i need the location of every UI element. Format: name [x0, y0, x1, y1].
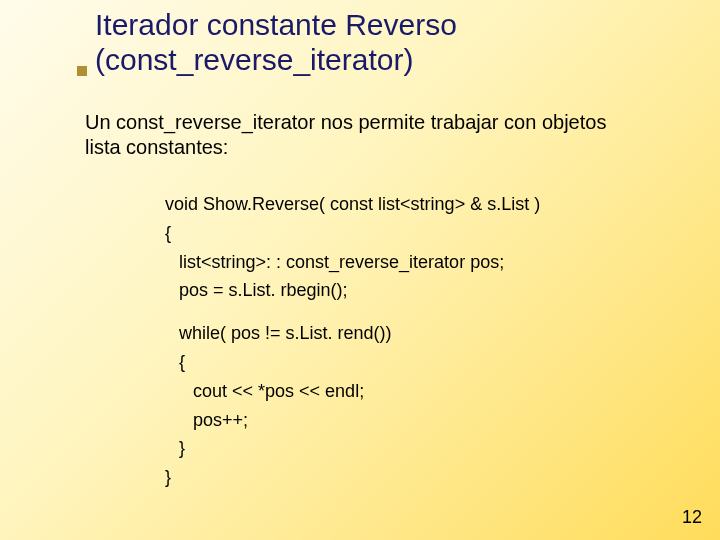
- page-number: 12: [682, 507, 702, 528]
- title-block: Iterador constante Reverso (const_revers…: [95, 8, 457, 77]
- code-block: void Show.Reverse( const list<string> & …: [165, 190, 665, 492]
- slide: Iterador constante Reverso (const_revers…: [0, 0, 720, 540]
- spacer: [165, 305, 665, 319]
- code-line: void Show.Reverse( const list<string> & …: [165, 190, 665, 219]
- code-line: cout << *pos << endl;: [165, 377, 665, 406]
- code-line: pos = s.List. rbegin();: [165, 276, 665, 305]
- code-line: while( pos != s.List. rend()): [165, 319, 665, 348]
- code-line: }: [165, 434, 665, 463]
- slide-title-line1: Iterador constante Reverso: [95, 8, 457, 43]
- code-line: pos++;: [165, 406, 665, 435]
- code-line: {: [165, 219, 665, 248]
- code-line: }: [165, 463, 665, 492]
- code-line: list<string>: : const_reverse_iterator p…: [165, 248, 665, 277]
- intro-block: Un const_reverse_iterator nos permite tr…: [85, 110, 645, 160]
- intro-text: Un const_reverse_iterator nos permite tr…: [85, 110, 645, 160]
- slide-title-line2: (const_reverse_iterator): [95, 43, 457, 78]
- bullet-icon: [77, 66, 87, 76]
- code-line: {: [165, 348, 665, 377]
